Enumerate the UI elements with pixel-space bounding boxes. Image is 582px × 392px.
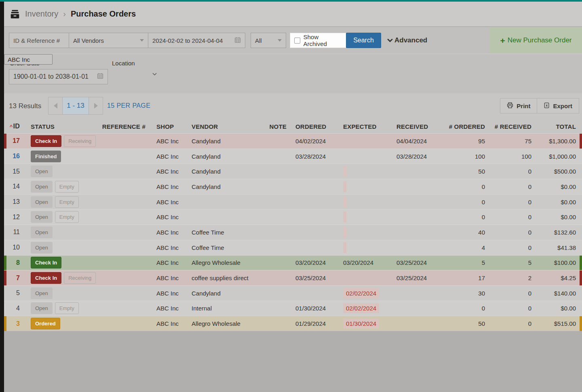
inventory-icon <box>10 9 20 19</box>
table-row-po-3[interactable]: 3OrderedABC IncAllegro Wholesale01/29/20… <box>4 316 582 331</box>
advanced-toggle[interactable]: Advanced <box>387 33 427 48</box>
table-row-po-13[interactable]: 13OpenEmptyABC Inc00$0.00 <box>4 194 582 210</box>
cell-expected <box>339 225 392 240</box>
check-in-button[interactable]: Check In <box>31 257 61 268</box>
column-header-received[interactable]: RECEIVED <box>392 123 443 130</box>
cell-ordered: 01/29/2024 <box>289 316 339 331</box>
id-reference-input[interactable] <box>9 33 69 48</box>
purchase-orders-screen: Inventory › Purchase Orders All Vendors … <box>0 0 582 392</box>
caret-down-icon <box>140 39 144 42</box>
cell-vendor: Coffee Time <box>188 240 259 255</box>
column-header-ordered[interactable]: ORDERED <box>289 123 339 130</box>
cell-id: 17 <box>4 134 27 149</box>
cell-ordered <box>289 195 339 210</box>
po-id: 7 <box>16 275 20 282</box>
column-header-expected[interactable]: EXPECTED <box>339 123 392 130</box>
page-next-button[interactable] <box>89 97 103 114</box>
status-badge: Open <box>31 242 53 254</box>
check-in-button[interactable]: Check In <box>31 135 61 147</box>
cell-received <box>392 195 443 210</box>
status-badge: Open <box>31 166 53 177</box>
po-id: 12 <box>13 214 20 221</box>
column-header-shop[interactable]: SHOP <box>148 123 188 130</box>
order-date-input[interactable]: 1900-01-01 to 2038-01-01 <box>9 69 108 84</box>
cell-status: OpenEmpty <box>27 195 101 210</box>
cell-received: 04/04/2024 <box>392 134 443 149</box>
column-header-note[interactable]: NOTE <box>259 123 289 130</box>
table-row-po-8[interactable]: 8Check InABC IncAllegro Wholesale03/20/2… <box>4 255 582 270</box>
breadcrumb-inventory-link[interactable]: Inventory <box>25 9 58 19</box>
cell-shop: ABC Inc <box>148 149 188 164</box>
cell-shop: ABC Inc <box>148 134 188 149</box>
cell-expected <box>339 195 392 210</box>
table-row-po-11[interactable]: 11OpenABC IncCoffee Time400$132.60 <box>4 224 582 240</box>
table-row-po-16[interactable]: 16FinishedABC IncCandyland03/28/202403/2… <box>4 149 582 164</box>
column-header-ordered[interactable]: # ORDERED <box>443 123 488 130</box>
table-row-po-12[interactable]: 12OpenEmptyABC Inc00$0.00 <box>4 209 582 224</box>
cell-reference <box>101 316 148 331</box>
table-row-po-10[interactable]: 10OpenABC IncCoffee Time40$41.38 <box>4 240 582 255</box>
expected-empty-flag <box>343 242 346 253</box>
table-row-po-14[interactable]: 14OpenEmptyABC IncCandyland00$0.00 <box>4 179 582 194</box>
cell-note <box>259 134 289 149</box>
cell-received <box>392 240 443 255</box>
po-id: 15 <box>13 168 20 175</box>
cell-qty_ordered: 40 <box>443 225 488 240</box>
cell-qty_received: 0 <box>488 240 534 255</box>
chevron-down-icon <box>387 36 393 44</box>
expected-empty-flag <box>343 166 346 177</box>
column-header-vendor[interactable]: VENDOR <box>188 123 259 130</box>
cell-ordered: 03/20/2024 <box>289 256 339 270</box>
vendor-select[interactable]: All Vendors <box>69 33 148 48</box>
print-button[interactable]: Print <box>500 98 537 113</box>
cell-shop: ABC Inc <box>148 225 188 240</box>
cell-id: 8 <box>4 256 27 270</box>
new-purchase-order-button[interactable]: + New Purchase Order <box>490 27 582 53</box>
location-select[interactable]: ABC Inc <box>4 54 53 65</box>
cell-qty_received: 100 <box>488 149 534 164</box>
table-row-po-5[interactable]: 5OpenABC IncCandyland02/02/2024300$140.0… <box>4 285 582 301</box>
chevron-right-icon <box>94 103 98 109</box>
sort-asc-icon: ^ <box>10 124 13 130</box>
cell-qty_ordered: 95 <box>443 134 488 149</box>
column-header-received[interactable]: # RECEIVED <box>488 123 534 130</box>
table-row-po-7[interactable]: 7Check InReceivingABC Inccoffee supplies… <box>4 270 582 285</box>
cell-ordered <box>289 210 339 224</box>
column-header-reference[interactable]: REFERENCE # <box>101 123 148 130</box>
search-button[interactable]: Search <box>346 33 381 48</box>
status-filter-value: All <box>255 37 262 44</box>
show-archived-toggle[interactable]: Show Archived <box>290 33 346 48</box>
page-previous-button[interactable] <box>48 97 62 114</box>
cell-status: Check InReceiving <box>27 134 101 149</box>
breadcrumb: Inventory › Purchase Orders <box>4 2 582 27</box>
cell-total: $100.00 <box>534 256 582 270</box>
cell-reference <box>101 179 148 194</box>
cell-expected <box>339 240 392 255</box>
status-filter-select[interactable]: All <box>251 33 286 48</box>
cell-status: OpenEmpty <box>27 301 101 316</box>
cell-vendor: Candyland <box>188 179 259 194</box>
expected-empty-flag <box>343 181 346 192</box>
cell-shop: ABC Inc <box>148 301 188 316</box>
column-header-id[interactable]: ^ID <box>4 123 27 130</box>
per-page-link[interactable]: 15 PER PAGE <box>107 102 150 109</box>
po-id: 3 <box>16 320 20 327</box>
po-id: 4 <box>16 305 20 312</box>
date-range-input[interactable]: 2024-02-02 to 2024-04-04 <box>148 33 245 48</box>
status-badge: Open <box>31 196 53 208</box>
cell-ordered <box>289 240 339 255</box>
table-row-po-17[interactable]: 17Check InReceivingABC IncCandyland04/02… <box>4 133 582 149</box>
column-header-status[interactable]: STATUS <box>27 123 101 130</box>
column-header-total[interactable]: TOTAL <box>534 123 582 130</box>
export-button[interactable]: x Export <box>537 98 579 113</box>
cell-shop: ABC Inc <box>148 316 188 331</box>
cell-total: $132.60 <box>534 225 582 240</box>
status-badge: Ordered <box>31 318 60 329</box>
check-in-button[interactable]: Check In <box>31 272 61 284</box>
show-archived-checkbox[interactable] <box>294 38 300 44</box>
cell-shop: ABC Inc <box>148 240 188 255</box>
cell-qty_ordered: 5 <box>443 256 488 270</box>
cell-shop: ABC Inc <box>148 210 188 224</box>
table-row-po-15[interactable]: 15OpenABC IncCandyland500$500.00 <box>4 164 582 179</box>
table-row-po-4[interactable]: 4OpenEmptyABC IncInternal01/30/202402/02… <box>4 301 582 316</box>
